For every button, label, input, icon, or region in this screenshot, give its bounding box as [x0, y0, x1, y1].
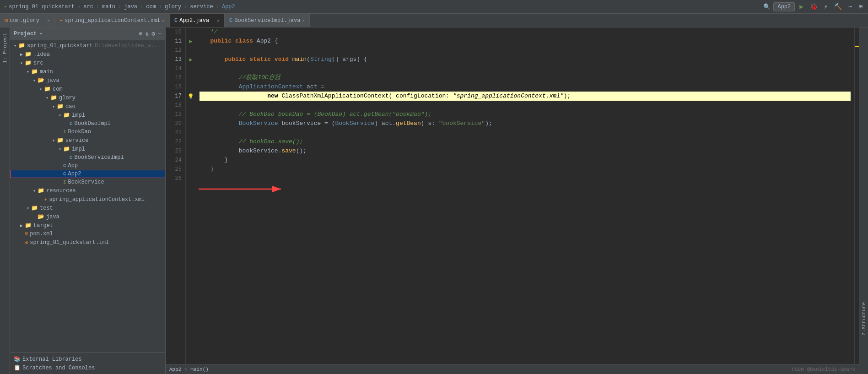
external-libraries[interactable]: 📚 External Libraries	[14, 355, 162, 363]
gutter-14	[186, 64, 196, 73]
code-line-24: }	[199, 156, 851, 165]
panel-dropdown-icon[interactable]: ▾	[39, 31, 42, 37]
z-structure-tab[interactable]: Z-Structure	[860, 300, 868, 337]
breadcrumb-com[interactable]: com	[146, 4, 156, 10]
breadcrumb-app2[interactable]: App2	[222, 4, 235, 10]
tab-icon-c-app2: C	[174, 17, 178, 24]
tree-item-test-java[interactable]: 📂 java	[10, 212, 165, 221]
run-arrow-13[interactable]: ▶	[189, 56, 192, 63]
breadcrumb-java[interactable]: java	[124, 4, 137, 10]
panel-sort-icon[interactable]: ⇅	[146, 30, 149, 38]
tree-label-resources: resources	[46, 188, 76, 194]
run-arrow-11[interactable]: ▶	[189, 38, 192, 45]
panel-add-icon[interactable]: ⊕	[139, 30, 143, 38]
code-comment-10: */	[199, 27, 217, 37]
tree-item-test[interactable]: ▾ 📁 test	[10, 204, 165, 212]
gutter-17[interactable]: 💡	[186, 92, 196, 101]
line-num-11: 11	[166, 37, 182, 46]
breadcrumb-main[interactable]: main	[102, 4, 115, 10]
gutter-13[interactable]: ▶	[186, 55, 196, 64]
tree-label-bookservice: BookService	[68, 179, 104, 185]
tree-item-impl-dao[interactable]: ▾ 📁 impl	[10, 111, 165, 119]
tree-item-bookdao[interactable]: I BookDao	[10, 128, 165, 136]
build-button[interactable]: 🔨	[832, 2, 844, 11]
tab-close-bookserviceimpl[interactable]: ✕	[302, 18, 305, 23]
tab-bookserviceimpl[interactable]: C BookServiceImpl.java ✕	[225, 14, 310, 27]
breadcrumb-project[interactable]: spring_01_quickstart	[9, 4, 75, 10]
debug-button[interactable]: 🐞	[808, 2, 819, 11]
project-tree: ▾ 📁 spring_01_quickstart D:\develop\idea…	[10, 40, 165, 352]
code-line-17: new ClassPathXmlApplicationContext( conf…	[199, 92, 851, 101]
tree-item-bookdaoimpl[interactable]: C BookDaoImpl	[10, 119, 165, 128]
more-button[interactable]: ⋯	[846, 2, 854, 11]
breadcrumb-glory[interactable]: glory	[165, 4, 181, 10]
tree-item-impl-service[interactable]: ▾ 📁 impl	[10, 145, 165, 153]
tree-item-bookservice[interactable]: I BookService	[10, 178, 165, 186]
scratches-consoles[interactable]: 📋 Scratches and Consoles	[14, 363, 162, 372]
tree-item-glory[interactable]: ▾ 📁 glory	[10, 93, 165, 102]
folder-icon-com: 📁	[44, 86, 51, 92]
panel-minimize-icon[interactable]: −	[158, 30, 162, 38]
tree-label-target: target	[33, 222, 53, 229]
tree-path-root: D:\develop\idea_w...	[95, 43, 161, 49]
project-tab[interactable]: 1: Project	[1, 29, 9, 67]
layout-button[interactable]: ⊞	[857, 2, 864, 11]
panel-footer: 📚 External Libraries 📋 Scratches and Con…	[10, 352, 165, 374]
tree-item-target[interactable]: ▶ 📁 target	[10, 221, 165, 230]
tree-label-service: service	[65, 137, 88, 144]
tree-label-impl-dao: impl	[72, 112, 85, 119]
panel-settings-icon[interactable]: ⚙	[151, 30, 155, 38]
tree-item-com[interactable]: ▾ 📁 com	[10, 85, 165, 93]
run-button[interactable]: ▶	[798, 2, 805, 11]
tree-item-service[interactable]: ▾ 📁 service	[10, 136, 165, 145]
gutter-11[interactable]: ▶	[186, 37, 196, 46]
tab-close-app2[interactable]: ✕	[217, 18, 220, 23]
tree-item-idea[interactable]: ▶ 📁 .idea	[10, 50, 165, 59]
tree-item-app[interactable]: C App	[10, 162, 165, 170]
tree-item-bookserviceimpl[interactable]: C BookServiceImpl	[10, 153, 165, 162]
search-icon[interactable]: 🔍	[763, 3, 771, 11]
tab-close-com-glory[interactable]: ✕	[47, 18, 50, 23]
tab-label-bookserviceimpl: BookServiceImpl.java	[234, 17, 300, 24]
code-comment-15: //获取IOC容器	[199, 73, 280, 82]
line-num-20: 20	[166, 119, 182, 128]
tab-close-spring-context[interactable]: ✕	[162, 18, 165, 23]
tree-label-app: App	[68, 163, 78, 169]
class-icon-bookserviceimpl: C	[70, 155, 73, 160]
class-icon-app2: C	[63, 171, 66, 177]
tree-root[interactable]: ▾ 📁 spring_01_quickstart D:\develop\idea…	[10, 41, 165, 50]
tree-label-com: com	[53, 86, 63, 92]
tab-com-glory[interactable]: m com.glory ✕	[0, 14, 55, 27]
project-panel: Project ▾ ⊕ ⇅ ⚙ − ▾ 📁 spring_01_quicksta…	[10, 27, 166, 374]
breadcrumb-service[interactable]: service	[190, 4, 213, 10]
folder-icon-test-java: 📂	[38, 213, 44, 220]
right-gutter	[854, 27, 859, 364]
gutter-18	[186, 101, 196, 110]
line-num-23: 23	[166, 146, 182, 156]
tab-spring-context[interactable]: ✦ spring_applicationContext.xml ✕	[55, 14, 170, 27]
tree-item-resources[interactable]: ▾ 📁 resources	[10, 186, 165, 195]
run-configuration[interactable]: App2	[773, 2, 795, 11]
iml-icon: ⊞	[25, 239, 28, 246]
tree-item-spring-xml[interactable]: ✦ spring_applicationContext.xml	[10, 195, 165, 204]
profile-button[interactable]: ⚡	[822, 2, 830, 11]
folder-icon-root: 📁	[18, 42, 25, 49]
code-line-25: }	[199, 165, 851, 174]
tree-item-iml[interactable]: ⊞ spring_01_quickstart.iml	[10, 238, 165, 247]
tree-item-src[interactable]: ▾ 📁 src	[10, 59, 165, 67]
tab-app2[interactable]: C App2.java ✕	[170, 14, 225, 27]
lightbulb-17[interactable]: 💡	[188, 93, 194, 99]
tree-arrow-impl-dao: ▾	[57, 113, 63, 118]
code-editor[interactable]: */ public class App2 { public static voi…	[196, 27, 854, 364]
tree-item-app2[interactable]: C App2	[10, 170, 165, 178]
line-num-12: 12	[166, 46, 182, 55]
breadcrumb-src[interactable]: src	[83, 4, 93, 10]
code-line-18	[199, 101, 851, 110]
tree-item-java[interactable]: ▾ 📂 java	[10, 76, 165, 85]
tree-label-spring-xml: spring_applicationContext.xml	[49, 196, 145, 203]
tree-item-dao[interactable]: ▾ 📁 dao	[10, 102, 165, 111]
tree-item-pom[interactable]: m pom.xml	[10, 230, 165, 238]
panel-icons: ⊕ ⇅ ⚙ −	[139, 30, 162, 38]
folder-icon-target: 📁	[25, 222, 32, 229]
tree-item-main[interactable]: ▾ 📁 main	[10, 67, 165, 76]
